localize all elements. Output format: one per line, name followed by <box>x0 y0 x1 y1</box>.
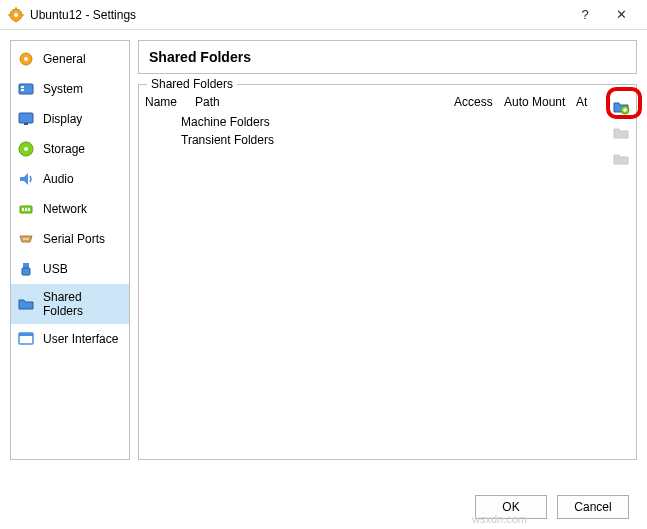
svg-point-7 <box>24 57 28 61</box>
tree-header: Name Path Access Auto Mount At <box>145 93 600 113</box>
svg-rect-10 <box>21 89 24 91</box>
remove-shared-folder-button[interactable] <box>611 149 631 169</box>
sidebar-item-label: User Interface <box>43 332 118 346</box>
serial-ports-icon <box>17 230 35 248</box>
sidebar-item-label: USB <box>43 262 68 276</box>
tree-row-machine-folders[interactable]: Machine Folders <box>145 113 600 131</box>
sidebar-item-label: General <box>43 52 86 66</box>
window-title: Ubuntu12 - Settings <box>30 8 567 22</box>
svg-rect-11 <box>19 113 33 123</box>
sidebar-item-system[interactable]: System <box>11 74 129 104</box>
page-title-box: Shared Folders <box>138 40 637 74</box>
col-automount[interactable]: Auto Mount <box>504 95 576 109</box>
general-icon <box>17 50 35 68</box>
sidebar-item-audio[interactable]: Audio <box>11 164 129 194</box>
storage-icon <box>17 140 35 158</box>
sidebar-item-label: Storage <box>43 142 85 156</box>
app-icon <box>8 7 24 23</box>
system-icon <box>17 80 35 98</box>
shared-folders-icon <box>17 295 35 313</box>
help-button[interactable]: ? <box>567 0 603 30</box>
sidebar-item-label: Network <box>43 202 87 216</box>
svg-rect-18 <box>28 208 30 211</box>
shared-folders-group: Shared Folders Name Path Access Auto Mou… <box>138 84 637 460</box>
sidebar-item-storage[interactable]: Storage <box>11 134 129 164</box>
sidebar-item-general[interactable]: General <box>11 44 129 74</box>
main-panel: Shared Folders Shared Folders Name Path … <box>138 40 637 460</box>
sidebar-item-serial-ports[interactable]: Serial Ports <box>11 224 129 254</box>
col-at[interactable]: At <box>576 95 600 109</box>
add-shared-folder-button[interactable] <box>611 97 631 117</box>
svg-rect-17 <box>25 208 27 211</box>
col-path[interactable]: Path <box>195 95 454 109</box>
svg-point-21 <box>27 238 29 240</box>
svg-point-14 <box>24 147 28 151</box>
user-interface-icon <box>17 330 35 348</box>
audio-icon <box>17 170 35 188</box>
usb-icon <box>17 260 35 278</box>
sidebar-item-usb[interactable]: USB <box>11 254 129 284</box>
svg-rect-23 <box>22 268 30 275</box>
tree-row-transient-folders[interactable]: Transient Folders <box>145 131 600 149</box>
sidebar-item-label: Audio <box>43 172 74 186</box>
page-title: Shared Folders <box>149 49 626 65</box>
sidebar-item-label: System <box>43 82 83 96</box>
folder-action-buttons <box>606 91 636 459</box>
svg-rect-22 <box>23 263 29 268</box>
svg-rect-25 <box>19 333 33 336</box>
svg-point-19 <box>23 238 25 240</box>
sidebar-item-network[interactable]: Network <box>11 194 129 224</box>
sidebar-item-label: Display <box>43 112 82 126</box>
titlebar: Ubuntu12 - Settings ? ✕ <box>0 0 647 30</box>
svg-rect-16 <box>22 208 24 211</box>
svg-rect-9 <box>21 86 24 88</box>
col-name[interactable]: Name <box>145 95 195 109</box>
sidebar-item-shared-folders[interactable]: Shared Folders <box>11 284 129 324</box>
watermark: wsxdn.com <box>472 513 527 525</box>
cancel-button[interactable]: Cancel <box>557 495 629 519</box>
shared-folders-tree[interactable]: Name Path Access Auto Mount At Machine F… <box>139 91 606 459</box>
display-icon <box>17 110 35 128</box>
svg-rect-12 <box>24 123 28 125</box>
network-icon <box>17 200 35 218</box>
svg-point-1 <box>14 13 18 17</box>
sidebar-item-label: Shared Folders <box>43 290 123 318</box>
svg-point-20 <box>25 238 27 240</box>
close-button[interactable]: ✕ <box>603 0 639 30</box>
col-access[interactable]: Access <box>454 95 504 109</box>
group-legend: Shared Folders <box>147 77 237 91</box>
sidebar-item-label: Serial Ports <box>43 232 105 246</box>
settings-sidebar: General System Display Storage Audio Net… <box>10 40 130 460</box>
sidebar-item-display[interactable]: Display <box>11 104 129 134</box>
edit-shared-folder-button[interactable] <box>611 123 631 143</box>
sidebar-item-user-interface[interactable]: User Interface <box>11 324 129 354</box>
